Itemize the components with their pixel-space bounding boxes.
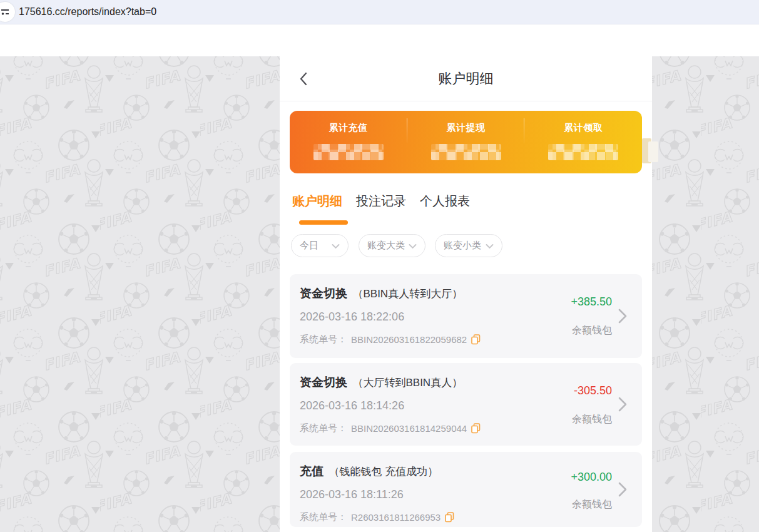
record-order: 系统单号：BBIN202603161822059682 [300, 334, 481, 345]
page-title: 账户明细 [280, 56, 652, 101]
summary-col-deposit: 累计充值 [290, 111, 407, 173]
record-type: 资金切换 [300, 287, 347, 300]
chevron-down-icon [486, 240, 494, 252]
record-title: 资金切换 （BBIN真人转到大厅） [300, 285, 462, 302]
browser-url-bar[interactable]: 175616.cc/reports/index?tab=0 [0, 0, 759, 24]
record-detail: （BBIN真人转到大厅） [352, 288, 462, 300]
record-type: 充值 [300, 464, 323, 478]
record-order-label: 系统单号： [300, 511, 347, 523]
record-wallet: 余额钱包 [572, 413, 612, 426]
tab-personal-report[interactable]: 个人报表 [420, 193, 470, 210]
record-time: 2026-03-16 18:11:26 [300, 488, 404, 501]
copy-icon[interactable] [471, 423, 481, 434]
chevron-down-icon [332, 240, 340, 252]
record-amount: -305.50 [574, 384, 612, 397]
app-panel: 账户明细 累计充值 累计提现 累计领取 账户明细 投注记录 个人报表 [280, 56, 652, 532]
filter-date-dropdown[interactable]: 今日 [291, 234, 349, 257]
record-detail: （大厅转到BBIN真人） [352, 377, 462, 389]
record-wallet: 余额钱包 [572, 498, 612, 511]
copy-icon[interactable] [471, 334, 481, 345]
url-text[interactable]: 175616.cc/reports/index?tab=0 [19, 0, 156, 24]
record-order-no: BBIN202603161814259044 [351, 423, 467, 434]
record-card[interactable]: 资金切换 （BBIN真人转到大厅） 2026-03-16 18:22:06 系统… [290, 274, 642, 358]
tab-bar: 账户明细 投注记录 个人报表 [292, 193, 470, 210]
record-time: 2026-03-16 18:22:06 [300, 310, 404, 324]
record-order-label: 系统单号： [300, 334, 347, 345]
tab-account-detail[interactable]: 账户明细 [292, 193, 342, 210]
record-wallet: 余额钱包 [572, 324, 612, 337]
masked-value [313, 144, 384, 160]
copy-icon[interactable] [445, 512, 454, 523]
filter-minor-type-dropdown[interactable]: 账变小类 [435, 234, 502, 257]
summary-label: 累计提现 [407, 122, 525, 134]
summary-carousel-peek [648, 141, 658, 162]
summary-label: 累计领取 [524, 122, 642, 134]
record-detail: （钱能钱包 充值成功） [329, 466, 438, 478]
chevron-right-icon[interactable] [618, 397, 627, 414]
record-time: 2026-03-16 18:14:26 [300, 399, 404, 412]
tab-bet-records[interactable]: 投注记录 [356, 193, 406, 210]
record-order-no: R2603161811266953 [351, 512, 441, 523]
filter-label: 账变小类 [444, 240, 481, 252]
record-order: 系统单号：R2603161811266953 [300, 511, 454, 523]
chevron-right-icon[interactable] [618, 309, 627, 326]
record-amount: +300.00 [571, 471, 612, 484]
record-title: 充值 （钱能钱包 充值成功） [300, 463, 438, 479]
site-favicon-icon [0, 2, 15, 22]
masked-value [548, 144, 618, 160]
record-type: 资金切换 [300, 376, 347, 389]
active-tab-underline [299, 220, 348, 225]
record-order-no: BBIN202603161822059682 [351, 334, 467, 345]
masked-value [431, 144, 501, 160]
record-card[interactable]: 充值 （钱能钱包 充值成功） 2026-03-16 18:11:26 系统单号：… [290, 452, 642, 527]
record-card[interactable]: 资金切换 （大厅转到BBIN真人） 2026-03-16 18:14:26 系统… [290, 363, 642, 446]
summary-col-withdraw: 累计提现 [407, 111, 525, 173]
summary-card[interactable]: 累计充值 累计提现 累计领取 [290, 111, 642, 173]
record-title: 资金切换 （大厅转到BBIN真人） [300, 374, 462, 391]
record-amount: +385.50 [571, 295, 612, 309]
record-order-label: 系统单号： [300, 422, 347, 434]
chevron-down-icon [409, 240, 417, 252]
filter-label: 今日 [300, 240, 318, 252]
filter-label: 账变大类 [367, 240, 405, 252]
screen: FIFA 175616 [0, 0, 759, 532]
record-order: 系统单号：BBIN202603161814259044 [300, 422, 481, 434]
summary-col-claim: 累计领取 [524, 111, 642, 173]
chevron-right-icon[interactable] [618, 482, 627, 499]
summary-label: 累计充值 [290, 122, 407, 134]
app-header: 账户明细 [280, 56, 652, 101]
filter-major-type-dropdown[interactable]: 账变大类 [359, 234, 425, 257]
